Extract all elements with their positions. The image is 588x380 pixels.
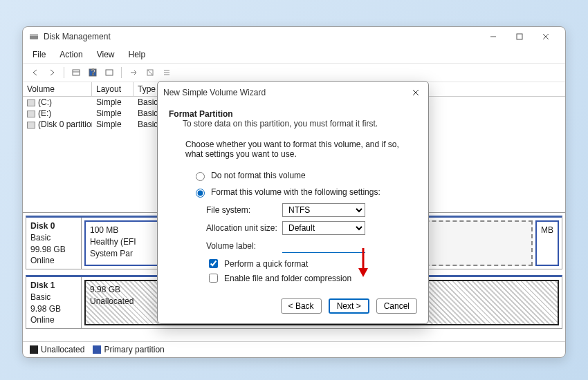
settings-icon[interactable] <box>143 66 157 79</box>
app-icon <box>28 31 39 42</box>
window-title: Disk Management <box>44 32 485 41</box>
back-button[interactable]: < Back <box>281 298 322 314</box>
quick-format-checkbox[interactable]: Perform a quick format <box>206 257 417 270</box>
partition-box[interactable]: MB <box>535 220 559 266</box>
close-button[interactable] <box>538 30 554 44</box>
menu-file[interactable]: File <box>30 48 48 61</box>
cancel-button[interactable]: Cancel <box>376 298 417 314</box>
allocation-size-label: Allocation unit size: <box>206 223 282 233</box>
menu-action[interactable]: Action <box>57 48 85 61</box>
dialog-close-button[interactable] <box>409 86 423 99</box>
dialog-heading: Format Partition <box>169 109 417 119</box>
maximize-button[interactable] <box>511 30 528 44</box>
svg-rect-3 <box>517 34 522 39</box>
minimize-button[interactable] <box>485 30 502 44</box>
column-layout[interactable]: Layout <box>92 82 134 96</box>
action-icon[interactable] <box>127 66 140 79</box>
dialog-subheading: To store data on this partition, you mus… <box>183 119 417 129</box>
volume-label-label: Volume label: <box>206 241 282 251</box>
disk-info: Disk 0 Basic 99.98 GB Online <box>26 218 82 269</box>
compression-checkbox[interactable]: Enable file and folder compression <box>206 272 417 285</box>
file-system-select[interactable]: NTFS <box>282 203 365 217</box>
radio-no-format[interactable]: Do not format this volume <box>192 170 417 181</box>
list-icon[interactable] <box>160 66 174 79</box>
menubar: File Action View Help <box>23 46 565 64</box>
svg-rect-1 <box>30 34 38 36</box>
next-button[interactable]: Next > <box>329 298 369 314</box>
help-icon[interactable]: ? <box>86 66 100 79</box>
new-simple-volume-wizard-dialog: New Simple Volume Wizard Format Partitio… <box>157 81 429 324</box>
dialog-title: New Simple Volume Wizard <box>163 88 409 97</box>
legend-unallocated-icon <box>30 345 38 354</box>
properties-icon[interactable] <box>102 66 116 79</box>
svg-rect-6 <box>73 70 80 75</box>
volume-label-input[interactable] <box>282 239 365 253</box>
show-hide-icon[interactable] <box>69 66 83 79</box>
svg-text:?: ? <box>91 68 95 77</box>
menu-help[interactable]: Help <box>126 48 149 61</box>
dialog-description: Choose whether you want to format this v… <box>185 140 401 159</box>
forward-icon[interactable] <box>45 66 59 79</box>
svg-rect-10 <box>106 70 113 75</box>
partition-box[interactable]: 100 MB Healthy (EFI System Par <box>84 220 160 266</box>
disk-info: Disk 1 Basic 9.98 GB Online <box>26 277 82 328</box>
back-icon[interactable] <box>28 66 42 79</box>
toolbar: ? <box>23 64 565 82</box>
allocation-size-select[interactable]: Default <box>282 221 365 235</box>
menu-view[interactable]: View <box>94 48 118 61</box>
radio-format[interactable]: Format this volume with the following se… <box>192 187 417 198</box>
column-volume[interactable]: Volume <box>23 82 92 96</box>
file-system-label: File system: <box>206 205 282 215</box>
legend: Unallocated Primary partition <box>23 341 565 357</box>
titlebar: Disk Management <box>23 27 565 46</box>
legend-primary-icon <box>93 345 101 354</box>
